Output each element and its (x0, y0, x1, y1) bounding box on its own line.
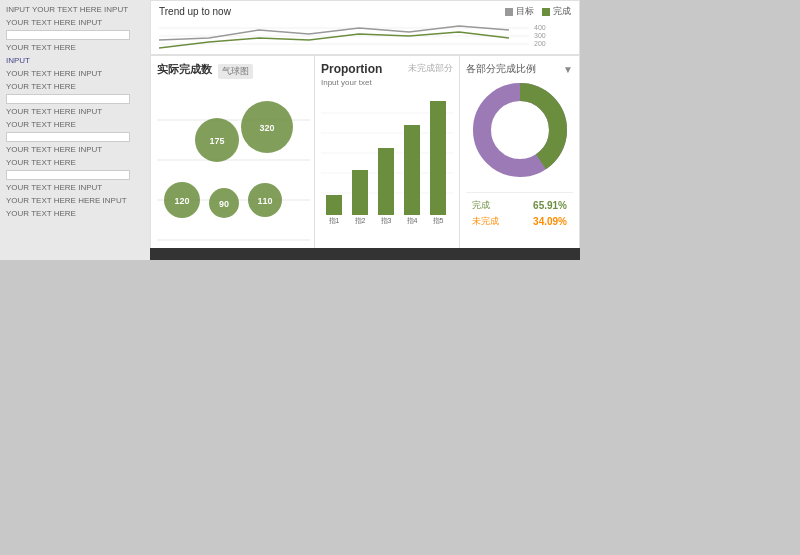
svg-text:指1: 指1 (328, 217, 340, 224)
target-icon (505, 8, 513, 16)
trend-header: Trend up to now 目标 完成 (159, 5, 571, 18)
donut-complete-label: 完成 (472, 199, 490, 212)
sidebar-input-3[interactable] (6, 132, 130, 142)
sidebar: INPUT YOUR TEXT HERE INPUT YOUR TEXT HER… (0, 0, 150, 260)
donut-complete-row: 完成 65.91% (472, 199, 567, 212)
donut-complete-value: 65.91% (533, 200, 567, 211)
sidebar-input-2[interactable] (6, 94, 130, 104)
sidebar-text-3: YOUR TEXT HERE (6, 42, 144, 54)
svg-text:指4: 指4 (406, 217, 418, 224)
svg-text:175: 175 (209, 136, 224, 146)
donut-incomplete-row: 未完成 34.09% (472, 215, 567, 228)
svg-rect-31 (404, 125, 420, 215)
legend-target-label: 目标 (516, 5, 534, 18)
sidebar-text-12: YOUR TEXT HERE HERE INPUT (6, 195, 144, 207)
sidebar-text-2: YOUR TEXT HERE INPUT (6, 17, 144, 29)
svg-rect-33 (430, 101, 446, 215)
donut-chart-svg (466, 80, 574, 180)
svg-text:400: 400 (534, 24, 546, 31)
legend-complete-label: 完成 (553, 5, 571, 18)
legend-complete: 完成 (542, 5, 571, 18)
sidebar-text-4: INPUT (6, 55, 144, 67)
trend-section: Trend up to now 目标 完成 400 300 200 (150, 0, 580, 55)
bubble-panel: 实际完成数 气球图 175 320 120 90 110 (150, 55, 315, 260)
dark-bar (150, 248, 580, 260)
svg-text:110: 110 (257, 196, 272, 206)
bottom-panels: 实际完成数 气球图 175 320 120 90 110 (150, 55, 580, 260)
svg-text:指3: 指3 (380, 217, 392, 224)
proportion-panel: Proportion Input your txet 未完成部分 指1 指2 指… (315, 55, 460, 260)
svg-text:120: 120 (174, 196, 189, 206)
sidebar-text-13: YOUR TEXT HERE (6, 208, 144, 220)
sidebar-input-4[interactable] (6, 170, 130, 180)
sidebar-text-7: YOUR TEXT HERE INPUT (6, 106, 144, 118)
sidebar-text-1: INPUT YOUR TEXT HERE INPUT (6, 4, 144, 16)
donut-legend: 完成 65.91% 未完成 34.09% (466, 192, 573, 237)
svg-text:320: 320 (259, 123, 274, 133)
svg-rect-27 (352, 170, 368, 215)
donut-incomplete-label: 未完成 (472, 215, 499, 228)
sidebar-input-1[interactable] (6, 30, 130, 40)
svg-text:300: 300 (534, 32, 546, 39)
sidebar-text-9: YOUR TEXT HERE INPUT (6, 144, 144, 156)
donut-incomplete-value: 34.09% (533, 216, 567, 227)
bubble-chart-title: 实际完成数 (157, 62, 212, 77)
proportion-bar-chart: 指1 指2 指3 指4 指5 (321, 93, 454, 228)
svg-rect-29 (378, 148, 394, 215)
trend-legend: 目标 完成 (505, 5, 571, 18)
filter-icon[interactable]: ▼ (563, 64, 573, 75)
proportion-subtitle: Input your txet (321, 78, 382, 87)
donut-title: 各部分完成比例 (466, 62, 536, 76)
background-lower (0, 260, 800, 555)
svg-text:90: 90 (219, 199, 229, 209)
donut-panel: 各部分完成比例 ▼ 完成 65.91% 未完成 34.09% (460, 55, 580, 260)
sidebar-text-10: YOUR TEXT HERE (6, 157, 144, 169)
donut-header: 各部分完成比例 ▼ (466, 62, 573, 76)
sidebar-text-5: YOUR TEXT HERE INPUT (6, 68, 144, 80)
trend-title: Trend up to now (159, 6, 231, 17)
sidebar-text-11: YOUR TEXT HERE INPUT (6, 182, 144, 194)
sidebar-text-6: YOUR TEXT HERE (6, 81, 144, 93)
bubble-chart-subtitle: 气球图 (218, 64, 253, 79)
svg-text:指5: 指5 (432, 217, 444, 224)
sidebar-text-8: YOUR TEXT HERE (6, 119, 144, 131)
legend-target: 目标 (505, 5, 534, 18)
svg-text:200: 200 (534, 40, 546, 47)
svg-rect-25 (326, 195, 342, 215)
proportion-title: Proportion (321, 62, 382, 76)
svg-text:指2: 指2 (354, 217, 366, 224)
trend-chart: 400 300 200 (159, 20, 569, 52)
complete-icon (542, 8, 550, 16)
proportion-incomplete-label: 未完成部分 (408, 62, 453, 75)
bubble-chart-svg: 175 320 120 90 110 (157, 85, 310, 245)
